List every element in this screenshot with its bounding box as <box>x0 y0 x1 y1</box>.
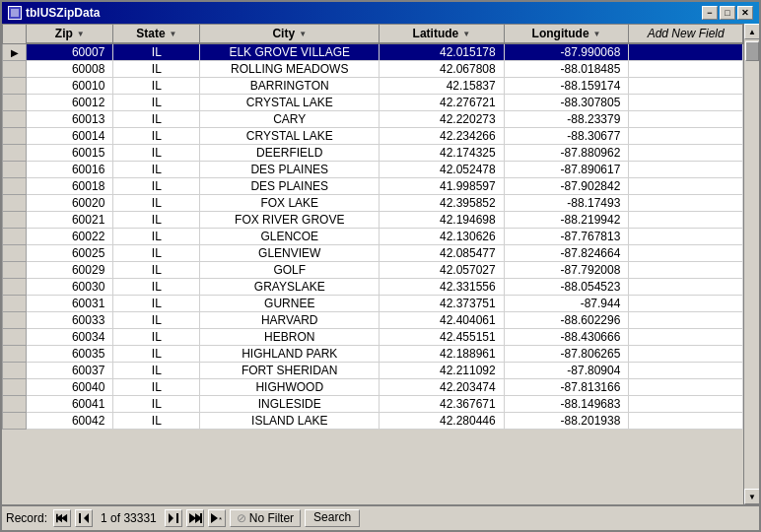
last-record-button[interactable] <box>186 509 204 527</box>
data-table: Zip ▼ State ▼ <box>2 24 743 430</box>
maximize-button[interactable]: □ <box>720 6 735 20</box>
window-title: tblUSZipData <box>26 6 100 20</box>
add-field-cell <box>629 396 743 413</box>
row-num-header <box>3 25 27 44</box>
longitude-cell: -88.602296 <box>504 312 629 329</box>
table-row[interactable]: 60018ILDES PLAINES41.998597-87.902842 <box>3 178 743 195</box>
svg-marker-5 <box>61 514 67 523</box>
table-row[interactable]: 60033ILHARVARD42.404061-88.602296 <box>3 312 743 329</box>
zip-cell: 60034 <box>27 329 113 346</box>
add-field-cell <box>629 212 743 229</box>
table-row[interactable]: 60012ILCRYSTAL LAKE42.276721-88.307805 <box>3 95 743 111</box>
city-header[interactable]: City ▼ <box>200 25 380 44</box>
latitude-cell: 42.188961 <box>380 346 505 363</box>
filter-button[interactable]: ⊘ No Filter <box>230 509 301 527</box>
prev-record-button[interactable] <box>75 509 93 527</box>
add-field-cell <box>629 145 743 162</box>
table-row[interactable]: 60030ILGRAYSLAKE42.331556-88.054523 <box>3 279 743 296</box>
table-row[interactable]: 60010ILBARRINGTON42.15837-88.159174 <box>3 78 743 95</box>
state-cell: IL <box>113 363 200 379</box>
lon-sort-icon: ▼ <box>593 30 601 38</box>
longitude-cell: -88.201938 <box>504 413 629 430</box>
city-cell: CARY <box>200 111 380 128</box>
table-row[interactable]: 60029ILGOLF42.057027-87.792008 <box>3 262 743 279</box>
add-field-cell <box>629 95 743 111</box>
latitude-cell: 42.203474 <box>380 379 505 396</box>
table-row[interactable]: 60008ILROLLING MEADOWS42.067808-88.01848… <box>3 61 743 78</box>
add-field-cell <box>629 128 743 145</box>
add-field-header[interactable]: Add New Field <box>629 25 743 44</box>
table-row[interactable]: 60016ILDES PLAINES42.052478-87.890617 <box>3 162 743 178</box>
table-row[interactable]: 60022ILGLENCOE42.130626-87.767813 <box>3 229 743 245</box>
table-row[interactable]: ▶60007ILELK GROVE VILLAGE42.015178-87.99… <box>3 43 743 61</box>
new-record-button[interactable]: * <box>208 509 226 527</box>
city-cell: CRYSTAL LAKE <box>200 128 380 145</box>
scroll-up-button[interactable]: ▲ <box>744 24 759 39</box>
zip-cell: 60041 <box>27 396 113 413</box>
row-number <box>3 145 27 162</box>
table-row[interactable]: 60020ILFOX LAKE42.395852-88.17493 <box>3 195 743 212</box>
vertical-scrollbar[interactable]: ▲ ▼ <box>743 24 759 504</box>
longitude-cell: -87.813166 <box>504 379 629 396</box>
scroll-down-button[interactable]: ▼ <box>744 489 759 504</box>
table-row[interactable]: 60031ILGURNEE42.373751-87.944 <box>3 296 743 312</box>
first-record-button[interactable] <box>53 509 71 527</box>
longitude-cell: -88.054523 <box>504 279 629 296</box>
table-row[interactable]: 60014ILCRYSTAL LAKE42.234266-88.30677 <box>3 128 743 145</box>
zip-cell: 60014 <box>27 128 113 145</box>
table-row[interactable]: 60042ILISLAND LAKE42.280446-88.201938 <box>3 413 743 430</box>
add-field-cell <box>629 178 743 195</box>
scroll-thumb[interactable] <box>745 41 759 61</box>
city-cell: GRAYSLAKE <box>200 279 380 296</box>
longitude-cell: -87.767813 <box>504 229 629 245</box>
table-wrapper[interactable]: Zip ▼ State ▼ <box>2 24 743 504</box>
state-cell: IL <box>113 229 200 245</box>
row-number <box>3 245 27 262</box>
longitude-cell: -88.018485 <box>504 61 629 78</box>
next-record-button[interactable] <box>165 509 182 527</box>
state-header[interactable]: State ▼ <box>113 25 200 44</box>
table-row[interactable]: 60025ILGLENVIEW42.085477-87.824664 <box>3 245 743 262</box>
latitude-cell: 42.276721 <box>380 95 505 111</box>
zip-header[interactable]: Zip ▼ <box>27 25 113 44</box>
city-cell: ELK GROVE VILLAGE <box>200 43 380 61</box>
row-number <box>3 162 27 178</box>
state-cell: IL <box>113 61 200 78</box>
table-row[interactable]: 60040ILHIGHWOOD42.203474-87.813166 <box>3 379 743 396</box>
search-button[interactable]: Search <box>305 509 360 527</box>
table-row[interactable]: 60015ILDEERFIELD42.174325-87.880962 <box>3 145 743 162</box>
add-field-cell <box>629 329 743 346</box>
latitude-cell: 42.234266 <box>380 128 505 145</box>
longitude-cell: -87.824664 <box>504 245 629 262</box>
row-number <box>3 279 27 296</box>
table-row[interactable]: 60013ILCARY42.220273-88.23379 <box>3 111 743 128</box>
zip-cell: 60035 <box>27 346 113 363</box>
longitude-header[interactable]: Longitude ▼ <box>504 25 629 44</box>
city-cell: DES PLAINES <box>200 178 380 195</box>
longitude-cell: -87.902842 <box>504 178 629 195</box>
latitude-cell: 42.174325 <box>380 145 505 162</box>
latitude-header[interactable]: Latitude ▼ <box>380 25 505 44</box>
city-cell: FOX RIVER GROVE <box>200 212 380 229</box>
zip-cell: 60007 <box>27 43 113 61</box>
table-row[interactable]: 60034ILHEBRON42.455151-88.430666 <box>3 329 743 346</box>
latitude-cell: 42.067808 <box>380 61 505 78</box>
svg-rect-9 <box>79 513 81 523</box>
content-area: Zip ▼ State ▼ <box>2 24 759 530</box>
table-row[interactable]: 60021ILFOX RIVER GROVE42.194698-88.21994… <box>3 212 743 229</box>
city-cell: GURNEE <box>200 296 380 312</box>
table-row[interactable]: 60035ILHIGHLAND PARK42.188961-87.806265 <box>3 346 743 363</box>
state-cell: IL <box>113 195 200 212</box>
table-row[interactable]: 60041ILINGLESIDE42.367671-88.149683 <box>3 396 743 413</box>
state-cell: IL <box>113 279 200 296</box>
scroll-track[interactable] <box>744 39 759 489</box>
minimize-button[interactable]: − <box>702 6 718 20</box>
zip-cell: 60030 <box>27 279 113 296</box>
latitude-cell: 42.130626 <box>380 229 505 245</box>
row-number <box>3 195 27 212</box>
table-row[interactable]: 60037ILFORT SHERIDAN42.211092-87.80904 <box>3 363 743 379</box>
window-controls: − □ ✕ <box>702 6 753 20</box>
filter-label: No Filter <box>249 511 294 525</box>
row-number <box>3 212 27 229</box>
close-button[interactable]: ✕ <box>737 6 753 20</box>
